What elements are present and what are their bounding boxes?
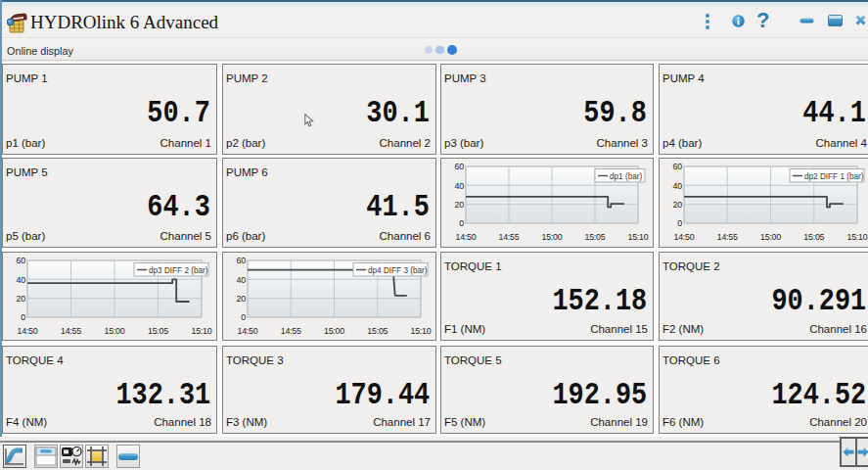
svg-text:0: 0 <box>21 312 25 322</box>
svg-text:15:00: 15:00 <box>541 232 562 242</box>
svg-text:14:50: 14:50 <box>673 232 694 242</box>
svg-text:14:55: 14:55 <box>717 232 738 242</box>
svg-text:0: 0 <box>459 218 464 228</box>
svg-text:15:00: 15:00 <box>104 326 124 336</box>
svg-text:dp4 DIFF 3 (bar): dp4 DIFF 3 (bar) <box>368 266 428 275</box>
svg-text:14:50: 14:50 <box>17 326 37 336</box>
svg-text:dp2 DIFF 1 (bar): dp2 DIFF 1 (bar) <box>804 172 864 181</box>
svg-text:15:10: 15:10 <box>846 232 867 242</box>
svg-text:15:05: 15:05 <box>367 326 388 336</box>
svg-text:15:10: 15:10 <box>410 326 431 336</box>
svg-text:0: 0 <box>677 218 682 228</box>
svg-text:15:05: 15:05 <box>803 232 824 242</box>
svg-text:14:50: 14:50 <box>455 232 476 242</box>
svg-text:15:10: 15:10 <box>627 232 648 242</box>
svg-text:40: 40 <box>17 275 26 285</box>
svg-text:40: 40 <box>237 275 247 285</box>
svg-text:14:50: 14:50 <box>237 326 257 336</box>
svg-text:14:55: 14:55 <box>498 232 519 242</box>
svg-text:dp1 (bar): dp1 (bar) <box>610 172 642 181</box>
svg-text:60: 60 <box>673 162 683 171</box>
svg-text:14:55: 14:55 <box>61 326 81 336</box>
svg-text:15:00: 15:00 <box>324 326 344 336</box>
svg-text:0: 0 <box>241 312 246 322</box>
svg-text:60: 60 <box>237 256 247 265</box>
svg-text:15:05: 15:05 <box>148 326 168 336</box>
svg-text:15:05: 15:05 <box>584 232 605 242</box>
svg-text:60: 60 <box>455 162 465 171</box>
svg-text:15:10: 15:10 <box>191 326 211 336</box>
svg-text:40: 40 <box>673 181 683 191</box>
svg-text:60: 60 <box>17 256 26 265</box>
svg-text:20: 20 <box>17 294 26 304</box>
svg-text:15:00: 15:00 <box>760 232 781 242</box>
svg-text:20: 20 <box>455 200 465 210</box>
svg-text:20: 20 <box>237 294 247 304</box>
svg-text:20: 20 <box>673 200 683 210</box>
svg-text:14:55: 14:55 <box>281 326 301 336</box>
svg-text:dp3 DIFF 2 (bar): dp3 DIFF 2 (bar) <box>149 266 208 275</box>
svg-text:40: 40 <box>455 181 465 191</box>
